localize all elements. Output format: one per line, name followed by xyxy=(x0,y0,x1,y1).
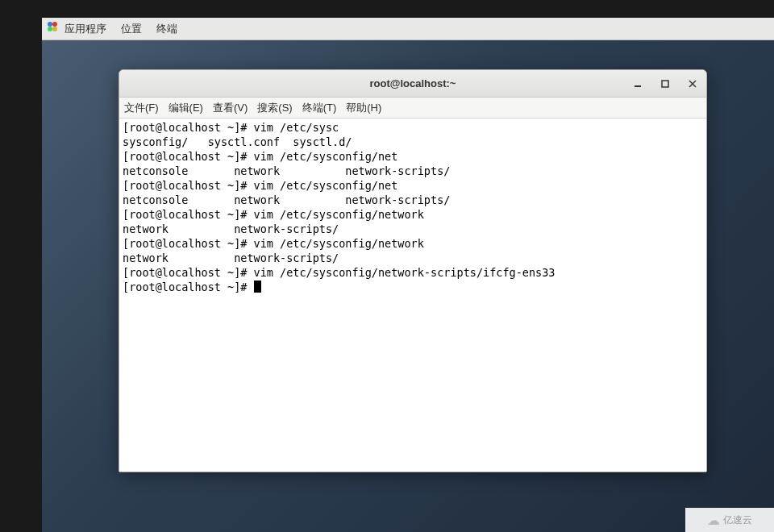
terminal-line: netconsole network network-scripts/ xyxy=(123,164,450,177)
crop-left-bar xyxy=(0,18,42,532)
menu-edit[interactable]: 编辑(E) xyxy=(169,101,203,115)
menu-search[interactable]: 搜索(S) xyxy=(257,101,292,115)
svg-point-1 xyxy=(52,22,57,27)
terminal-cursor xyxy=(254,281,261,293)
svg-point-0 xyxy=(48,22,52,27)
minimize-button[interactable] xyxy=(629,75,647,93)
window-title: root@localhost:~ xyxy=(370,77,456,89)
terminal-line: network network-scripts/ xyxy=(123,251,339,264)
svg-rect-5 xyxy=(662,81,668,87)
places-menu[interactable]: 位置 xyxy=(121,22,142,36)
applications-menu[interactable]: 应用程序 xyxy=(47,21,106,36)
gnome-top-panel: 应用程序 位置 终端 xyxy=(42,18,774,40)
terminal-line: netconsole network network-scripts/ xyxy=(123,193,450,206)
terminal-line: [root@localhost ~]# vim /etc/sysconfig/n… xyxy=(123,179,397,192)
watermark-badge: ☁ 亿速云 xyxy=(685,508,774,532)
terminal-menubar: 文件(F) 编辑(E) 查看(V) 搜索(S) 终端(T) 帮助(H) xyxy=(119,98,706,118)
cloud-icon: ☁ xyxy=(707,513,720,528)
window-controls xyxy=(629,70,701,97)
terminal-menu[interactable]: 终端 xyxy=(156,22,177,36)
applications-label: 应用程序 xyxy=(64,23,106,35)
terminal-content-area[interactable]: [root@localhost ~]# vim /etc/sysc syscon… xyxy=(119,118,706,472)
terminal-window: root@localhost:~ 文件(F) 编辑(E) 查看(V) 搜索(S)… xyxy=(119,69,707,472)
applications-icon xyxy=(47,21,58,32)
terminal-line: [root@localhost ~]# vim /etc/sysconfig/n… xyxy=(123,237,424,250)
terminal-line: network network-scripts/ xyxy=(123,222,339,235)
menu-terminal[interactable]: 终端(T) xyxy=(302,101,337,115)
terminal-line: [root@localhost ~]# vim /etc/sysc xyxy=(123,121,339,134)
close-icon xyxy=(689,80,697,88)
svg-point-3 xyxy=(52,27,57,31)
terminal-line: [root@localhost ~]# vim /etc/sysconfig/n… xyxy=(123,266,555,279)
crop-top-bar xyxy=(0,0,774,18)
window-titlebar[interactable]: root@localhost:~ xyxy=(119,70,706,98)
desktop-background: 应用程序 位置 终端 root@localhost:~ 文件(F) 编辑(E) xyxy=(42,18,774,532)
close-button[interactable] xyxy=(684,75,701,93)
menu-file[interactable]: 文件(F) xyxy=(124,101,159,115)
terminal-line: sysconfig/ sysctl.conf sysctl.d/ xyxy=(123,135,352,148)
watermark-text: 亿速云 xyxy=(723,513,752,527)
maximize-icon xyxy=(661,80,669,88)
terminal-line: [root@localhost ~]# vim /etc/sysconfig/n… xyxy=(123,208,424,221)
terminal-line: [root@localhost ~]# xyxy=(123,281,254,293)
menu-view[interactable]: 查看(V) xyxy=(213,101,248,115)
menu-help[interactable]: 帮助(H) xyxy=(346,101,381,115)
terminal-line: [root@localhost ~]# vim /etc/sysconfig/n… xyxy=(123,150,397,163)
maximize-button[interactable] xyxy=(656,75,674,93)
svg-point-2 xyxy=(48,27,52,31)
minimize-icon xyxy=(634,80,642,88)
svg-rect-4 xyxy=(635,85,641,87)
